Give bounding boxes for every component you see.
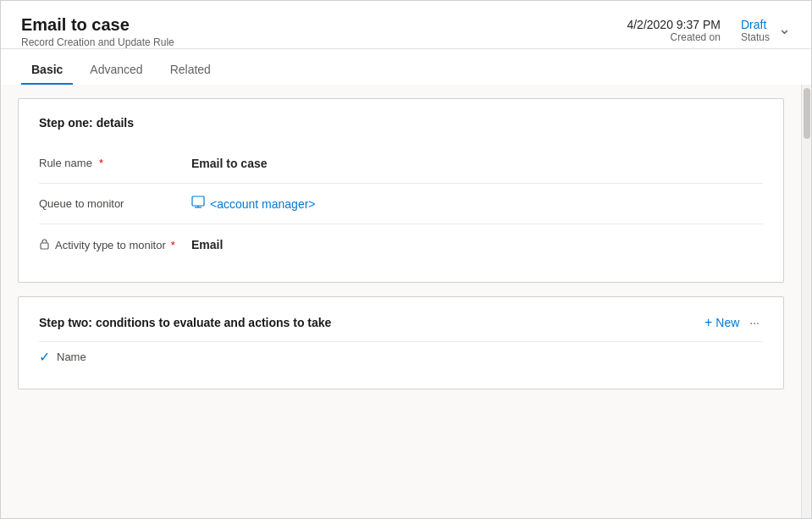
check-icon[interactable]: ✓ [39, 349, 50, 365]
activity-type-value[interactable]: Email [191, 238, 763, 251]
step-one-title: Step one: details [39, 116, 763, 130]
status-chevron-icon[interactable]: ⌄ [778, 19, 791, 38]
step-two-title: Step two: conditions to evaluate and act… [39, 316, 331, 329]
lock-icon [39, 238, 50, 252]
tab-bar: Basic Advanced Related [1, 49, 811, 85]
step-two-actions: + New ··· [704, 314, 763, 331]
created-on-label: Created on [671, 31, 721, 43]
tab-related[interactable]: Related [160, 56, 221, 85]
rule-name-value[interactable]: Email to case [191, 157, 763, 170]
activity-type-label: Activity type to monitor * [39, 238, 191, 252]
table-header: ✓ Name [39, 341, 763, 372]
rule-name-label: Rule name * [39, 157, 191, 169]
status-meta: Draft Status ⌄ [741, 18, 791, 43]
main-content: Step one: details Rule name * Email to c… [1, 85, 811, 518]
queue-link[interactable]: <account manager> [191, 196, 763, 213]
step-two-card: Step two: conditions to evaluate and act… [18, 296, 784, 389]
svg-rect-3 [41, 243, 48, 249]
queue-link-text: <account manager> [210, 197, 316, 211]
created-on-meta: 4/2/2020 9:37 PM Created on [627, 18, 721, 43]
queue-label: Queue to monitor [39, 197, 191, 210]
page-header: Email to case Record Creation and Update… [1, 1, 811, 49]
created-on-value: 4/2/2020 9:37 PM [627, 18, 721, 31]
content-area: Step one: details Rule name * Email to c… [1, 85, 801, 518]
tab-advanced[interactable]: Advanced [80, 56, 152, 85]
header-right: 4/2/2020 9:37 PM Created on Draft Status… [627, 14, 791, 43]
rule-name-field: Rule name * Email to case [39, 143, 763, 184]
record-type-label: Record Creation and Update Rule [21, 36, 174, 48]
status-label: Status [741, 31, 770, 43]
scrollbar-thumb[interactable] [804, 88, 810, 139]
page-title: Email to case [21, 14, 174, 35]
step-one-card: Step one: details Rule name * Email to c… [18, 98, 784, 283]
activity-type-field: Activity type to monitor * Email [39, 224, 763, 265]
queue-icon [191, 196, 205, 213]
header-left: Email to case Record Creation and Update… [21, 14, 174, 48]
status-value: Draft [741, 18, 766, 31]
rule-name-required-indicator: * [99, 157, 103, 169]
column-name-header: Name [57, 351, 86, 363]
step-two-header: Step two: conditions to evaluate and act… [39, 314, 763, 331]
activity-type-required-indicator: * [171, 239, 175, 251]
tab-basic[interactable]: Basic [21, 56, 73, 85]
queue-field: Queue to monitor <account mana [39, 184, 763, 224]
new-button[interactable]: + New [704, 315, 739, 330]
queue-value[interactable]: <account manager> [191, 196, 763, 213]
scrollbar-track[interactable] [801, 85, 811, 518]
svg-rect-0 [192, 196, 204, 206]
plus-icon: + [704, 315, 712, 330]
more-options-button[interactable]: ··· [746, 314, 763, 331]
